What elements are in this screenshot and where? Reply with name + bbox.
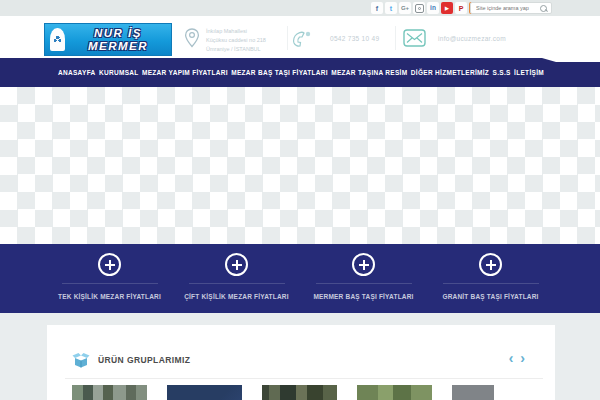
feature-label[interactable]: TEK KİŞİLİK MEZAR FİYATLARI — [46, 293, 173, 300]
nav-sss[interactable]: S.S.S — [493, 69, 511, 76]
top-bar: f t G+ in ▶ P — [0, 0, 600, 16]
youtube-icon[interactable]: ▶ — [441, 2, 453, 14]
linkedin-icon[interactable]: in — [427, 2, 439, 14]
nav-mezar-bas-tasi[interactable]: MEZAR BAŞ TAŞI FİYATLARI — [231, 69, 328, 76]
nav-diger-hizmetler[interactable]: DİĞER HİZMETLERİMİZ — [411, 69, 489, 76]
feature-label[interactable]: MERMER BAŞ TAŞI FİYATLARI — [300, 293, 427, 300]
product-groups-header: ÜRÜN GRUPLARIMIZ — [72, 352, 190, 368]
nav-mezar-yapim[interactable]: MEZAR YAPIM FİYATLARI — [142, 69, 228, 76]
product-thumbnails — [72, 385, 494, 400]
logo-line1: NUR İŞ — [94, 27, 142, 39]
nav-iletisim[interactable]: İLETİŞİM — [514, 69, 544, 76]
tombstone-icon — [50, 28, 65, 51]
product-thumbnail[interactable] — [357, 385, 432, 400]
plus-circle-icon[interactable] — [225, 253, 248, 276]
header-address: İnkılap Mahallesi Küçüksu caddesi no 218… — [206, 27, 266, 53]
feature-divider — [443, 283, 539, 284]
feature-strip: TEK KİŞİLİK MEZAR FİYATLARI ÇİFT KİŞİLİK… — [0, 244, 600, 313]
address-line3: Ümraniye / İSTANBUL — [206, 45, 266, 54]
header-divider — [395, 26, 396, 50]
address-line2: Küçüksu caddesi no 218 — [206, 36, 266, 45]
logo-text: NUR İŞ MERMER — [65, 27, 171, 51]
carousel-arrows: ‹ › — [509, 352, 525, 364]
site-search — [470, 2, 552, 14]
product-thumbnail[interactable] — [452, 385, 494, 400]
nav-corner-wedge — [542, 58, 556, 62]
email-icon — [403, 29, 426, 47]
feature-label[interactable]: GRANİT BAŞ TAŞI FİYATLARI — [427, 293, 554, 300]
product-groups-card: ÜRÜN GRUPLARIMIZ ‹ › — [47, 325, 555, 400]
slider-placeholder — [0, 87, 600, 244]
instagram-icon[interactable] — [413, 2, 425, 14]
search-input[interactable] — [471, 5, 539, 11]
feature-granit-bas-tasi[interactable]: GRANİT BAŞ TAŞI FİYATLARI — [427, 244, 554, 313]
location-pin-icon — [184, 28, 200, 48]
social-links: f t G+ in ▶ P — [371, 2, 481, 14]
feature-divider — [189, 283, 285, 284]
plus-circle-icon[interactable] — [479, 253, 502, 276]
main-nav: ANASAYFA KURUMSAL MEZAR YAPIM FİYATLARI … — [0, 58, 600, 87]
feature-tek-kisilik[interactable]: TEK KİŞİLİK MEZAR FİYATLARI — [46, 244, 173, 313]
nav-anasayfa[interactable]: ANASAYFA — [58, 69, 96, 76]
pinterest-icon[interactable]: P — [455, 2, 467, 14]
nav-mezar-tasina-resim[interactable]: MEZAR TAŞINA RESİM — [331, 69, 407, 76]
next-arrow-icon[interactable]: › — [520, 352, 525, 364]
nav-items: ANASAYFA KURUMSAL MEZAR YAPIM FİYATLARI … — [58, 58, 544, 87]
feature-divider — [62, 283, 158, 284]
logo-line2: MERMER — [88, 40, 148, 52]
logo[interactable]: NUR İŞ MERMER — [44, 23, 172, 56]
nav-corner-strip — [556, 58, 600, 62]
facebook-icon[interactable]: f — [371, 2, 383, 14]
feature-label[interactable]: ÇİFT KİŞİLİK MEZAR FİYATLARI — [173, 293, 300, 300]
feature-mermer-bas-tasi[interactable]: MERMER BAŞ TAŞI FİYATLARI — [300, 244, 427, 313]
header-email: info@ucuzmezar.com — [438, 35, 506, 42]
header-divider — [287, 26, 288, 50]
address-line1: İnkılap Mahallesi — [206, 27, 266, 36]
instagram-glyph — [415, 4, 424, 13]
product-groups-title: ÜRÜN GRUPLARIMIZ — [98, 355, 190, 365]
product-thumbnail[interactable] — [72, 385, 147, 400]
plus-circle-icon[interactable] — [352, 253, 375, 276]
feature-divider — [316, 283, 412, 284]
prev-arrow-icon[interactable]: ‹ — [509, 352, 514, 364]
feature-cift-kisilik[interactable]: ÇİFT KİŞİLİK MEZAR FİYATLARI — [173, 244, 300, 313]
plus-circle-icon[interactable] — [98, 253, 121, 276]
nav-kurumsal[interactable]: KURUMSAL — [99, 69, 139, 76]
product-thumbnail[interactable] — [167, 385, 242, 400]
googleplus-icon[interactable]: G+ — [399, 2, 411, 14]
product-thumbnail[interactable] — [262, 385, 337, 400]
feature-row: TEK KİŞİLİK MEZAR FİYATLARI ÇİFT KİŞİLİK… — [46, 244, 554, 313]
phone-icon — [291, 29, 313, 48]
box-icon — [72, 352, 90, 368]
site-header: NUR İŞ MERMER İnkılap Mahallesi Küçüksu … — [0, 16, 600, 58]
header-phone: 0542 735 10 49 — [330, 35, 379, 42]
twitter-icon[interactable]: t — [385, 2, 397, 14]
card-divider — [65, 378, 543, 379]
search-icon[interactable] — [539, 4, 548, 13]
